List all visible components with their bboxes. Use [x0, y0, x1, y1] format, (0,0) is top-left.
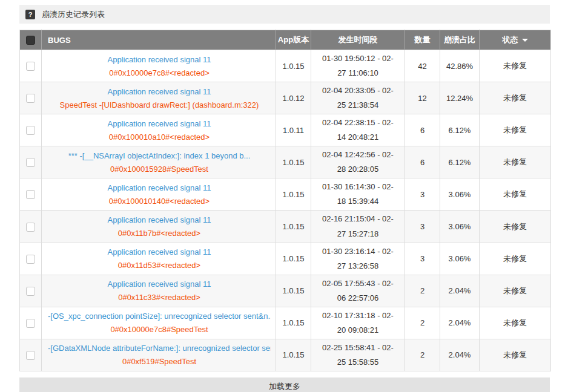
bug-title-link[interactable]: -[GDataXMLNode attributeForName:]: unrec… [48, 344, 271, 353]
row-select-cell [20, 243, 42, 275]
bug-title-link[interactable]: -[OS_xpc_connection pointSize]: unrecogn… [48, 312, 271, 321]
count-cell: 6 [405, 114, 440, 146]
crash-percent-cell: 3.06% [440, 211, 480, 243]
count-cell: 3 [405, 211, 440, 243]
bug-title-link[interactable]: Application received signal 11 [48, 55, 271, 64]
count-cell: 42 [405, 50, 440, 82]
bug-title-link[interactable]: Application received signal 11 [48, 87, 271, 96]
caret-down-icon [522, 39, 528, 42]
table-row: Application received signal 11 0#0x11d53… [20, 243, 551, 275]
bug-cell: Application received signal 11 0#0x10000… [42, 50, 276, 82]
bug-detail-text: SpeedTest -[UIDashboard drawRect:] (dash… [48, 100, 271, 109]
bug-cell: *** -[__NSArrayI objectAtIndex:]: index … [42, 146, 276, 178]
status-cell: 未修复 [480, 307, 551, 339]
app-version-cell: 1.0.12 [276, 82, 311, 114]
table-row: Application received signal 11 0#0x11b7b… [20, 211, 551, 243]
bug-cell: Application received signal 11 0#0x11d53… [42, 243, 276, 275]
crash-percent-cell: 3.06% [440, 243, 480, 275]
bug-cell: -[GDataXMLNode attributeForName:]: unrec… [42, 339, 276, 371]
help-icon[interactable]: ? [25, 10, 35, 19]
crash-percent-cell: 12.24% [440, 82, 480, 114]
bug-detail-text: 0#0x100010a10#<redacted> [48, 132, 271, 142]
time-range-cell: 02-16 21:15:04 - 02-27 15:27:18 [311, 211, 405, 243]
status-cell: 未修复 [480, 211, 551, 243]
time-range-cell: 02-04 12:42:56 - 02-28 20:28:05 [311, 146, 405, 178]
row-checkbox[interactable] [26, 126, 35, 135]
table-row: Application received signal 11 0#0x10001… [20, 178, 551, 211]
row-checkbox[interactable] [26, 94, 35, 103]
row-checkbox[interactable] [26, 62, 35, 71]
bug-cell: Application received signal 11 0#0x10001… [42, 178, 276, 211]
bug-title-link[interactable]: Application received signal 11 [48, 247, 271, 256]
status-cell: 未修复 [480, 178, 551, 211]
bug-title-link[interactable]: Application received signal 11 [48, 215, 271, 224]
count-cell: 2 [405, 275, 440, 307]
table-body: Application received signal 11 0#0x10000… [20, 50, 551, 371]
app-version-cell: 1.0.15 [276, 50, 311, 82]
row-select-cell [20, 82, 42, 114]
crash-percent-cell: 42.86% [440, 50, 480, 82]
status-cell: 未修复 [480, 50, 551, 82]
header-count: 数量 [405, 30, 440, 50]
bug-title-link[interactable]: Application received signal 11 [48, 119, 271, 128]
app-version-cell: 1.0.15 [276, 178, 311, 211]
row-checkbox[interactable] [26, 190, 35, 199]
bug-title-link[interactable]: Application received signal 11 [48, 183, 271, 192]
bug-cell: -[OS_xpc_connection pointSize]: unrecogn… [42, 307, 276, 339]
app-version-cell: 1.0.15 [276, 146, 311, 178]
status-cell: 未修复 [480, 339, 551, 371]
header-status-sort[interactable]: 状态 [480, 30, 551, 50]
app-version-cell: 1.0.15 [276, 211, 311, 243]
status-cell: 未修复 [480, 82, 551, 114]
crash-history-table: BUGS App版本 发生时间段 数量 崩溃占比 状态 Application … [19, 30, 551, 371]
crash-percent-cell: 6.12% [440, 114, 480, 146]
row-checkbox[interactable] [26, 223, 35, 232]
count-cell: 3 [405, 178, 440, 211]
app-version-cell: 1.0.15 [276, 307, 311, 339]
select-all-checkbox[interactable] [26, 36, 35, 45]
app-version-cell: 1.0.11 [276, 114, 311, 146]
bug-detail-text: 0#0x11d53#<redacted> [48, 261, 271, 270]
titlebar: ? 崩溃历史记录列表 [19, 5, 550, 24]
row-checkbox[interactable] [26, 255, 35, 264]
count-cell: 12 [405, 82, 440, 114]
row-checkbox[interactable] [26, 351, 35, 360]
bug-detail-text: 0#0x10000e7c8#<redacted> [48, 68, 271, 77]
app-version-cell: 1.0.15 [276, 275, 311, 307]
bug-detail-text: 0#0xf519#SpeedTest [48, 357, 271, 366]
table-row: Application received signal 11 0#0x10001… [20, 114, 551, 146]
table-row: *** -[__NSArrayI objectAtIndex:]: index … [20, 146, 551, 178]
status-cell: 未修复 [480, 114, 551, 146]
table-row: Application received signal 11 0#0x10000… [20, 50, 551, 82]
count-cell: 3 [405, 243, 440, 275]
header-crash-percent: 崩溃占比 [440, 30, 480, 50]
bug-title-link[interactable]: Application received signal 11 [48, 279, 271, 289]
crash-percent-cell: 3.06% [440, 178, 480, 211]
count-cell: 2 [405, 339, 440, 371]
header-status-label: 状态 [503, 35, 518, 44]
table-row: Application received signal 11 SpeedTest… [20, 82, 551, 114]
table-row: -[GDataXMLNode attributeForName:]: unrec… [20, 339, 551, 371]
time-range-cell: 02-04 22:38:15 - 02-14 20:48:21 [311, 114, 405, 146]
row-select-cell [20, 307, 42, 339]
row-checkbox[interactable] [26, 319, 35, 328]
row-checkbox[interactable] [26, 287, 35, 296]
time-range-cell: 02-10 17:31:18 - 02-20 09:08:21 [311, 307, 405, 339]
row-select-cell [20, 178, 42, 211]
count-cell: 6 [405, 146, 440, 178]
header-app-version: App版本 [276, 30, 311, 50]
page: ? 崩溃历史记录列表 BUGS App版本 发生时间段 数量 崩溃占比 状态 A [0, 0, 568, 392]
crash-percent-cell: 2.04% [440, 275, 480, 307]
status-cell: 未修复 [480, 146, 551, 178]
bug-detail-text: 0#0x100015928#SpeedTest [48, 165, 271, 174]
page-title: 崩溃历史记录列表 [42, 9, 105, 20]
row-select-cell [20, 114, 42, 146]
row-checkbox[interactable] [26, 158, 35, 167]
table-header: BUGS App版本 发生时间段 数量 崩溃占比 状态 [20, 30, 551, 50]
app-version-cell: 1.0.15 [276, 339, 311, 371]
row-select-cell [20, 146, 42, 178]
bug-cell: Application received signal 11 SpeedTest… [42, 82, 276, 114]
load-more-button[interactable]: 加载更多 [19, 377, 550, 392]
bug-title-link[interactable]: *** -[__NSArrayI objectAtIndex:]: index … [48, 151, 271, 160]
bug-cell: Application received signal 11 0#0x10001… [42, 114, 276, 146]
